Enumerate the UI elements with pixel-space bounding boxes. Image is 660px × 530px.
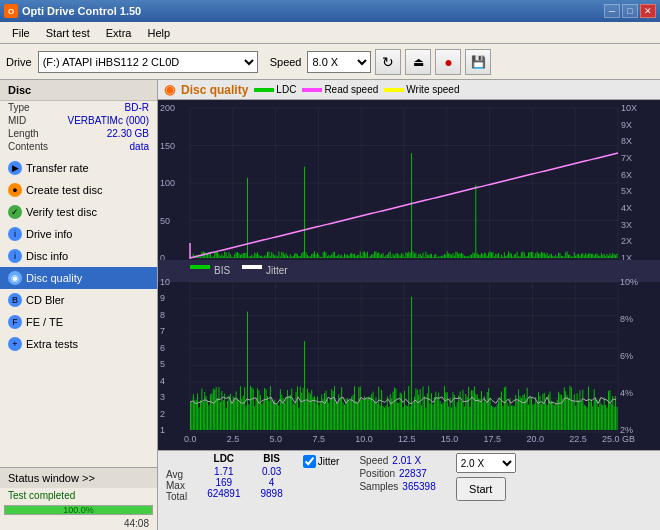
menu-help[interactable]: Help — [139, 25, 178, 41]
burn-button[interactable]: ● — [435, 49, 461, 75]
max-bis: 4 — [261, 477, 283, 488]
sidebar-btn-drive-info[interactable]: i Drive info — [0, 223, 157, 245]
disc-type-label: Type — [8, 102, 30, 113]
stats-controls-col: 2.0 X4.0 X8.0 X Start — [456, 453, 516, 501]
drive-select[interactable]: (F:) ATAPI iHBS112 2 CL0D — [38, 51, 258, 73]
main-area: Disc Type BD-R MID VERBATIMc (000) Lengt… — [0, 80, 660, 530]
start-button[interactable]: Start — [456, 477, 506, 501]
total-label: Total — [166, 491, 187, 502]
legend-ldc: LDC — [254, 84, 296, 95]
charts-container — [158, 100, 660, 450]
maximize-button[interactable]: □ — [622, 4, 638, 18]
progress-bar: 100.0% — [5, 506, 152, 514]
progress-percent: 100.0% — [63, 505, 94, 515]
extra-tests-icon: + — [8, 337, 22, 351]
legend-read-speed: Read speed — [302, 84, 378, 95]
disc-type-value: BD-R — [125, 102, 149, 113]
sidebar-label-drive-info: Drive info — [26, 228, 72, 240]
progress-bar-container: 100.0% — [4, 505, 153, 515]
sidebar-btn-transfer-rate[interactable]: ▶ Transfer rate — [0, 157, 157, 179]
sidebar-label-create-test-disc: Create test disc — [26, 184, 102, 196]
chart-area: ◉ Disc quality LDC Read speed Write spee… — [158, 80, 660, 530]
verify-test-disc-icon: ✓ — [8, 205, 22, 219]
ldc-header: LDC — [207, 453, 240, 464]
disc-mid-label: MID — [8, 115, 26, 126]
create-test-disc-icon: ● — [8, 183, 22, 197]
avg-bis: 0.03 — [261, 466, 283, 477]
time-display: 44:08 — [0, 517, 157, 530]
speed-select[interactable]: 8.0 X4.0 X2.0 XMAX — [307, 51, 371, 73]
speed-select-stats[interactable]: 2.0 X4.0 X8.0 X — [456, 453, 516, 473]
stats-jitter-col: Jitter — [303, 453, 340, 468]
sidebar-btn-disc-info[interactable]: i Disc info — [0, 245, 157, 267]
max-ldc: 169 — [207, 477, 240, 488]
ldc-chart — [158, 100, 660, 450]
legend-write-speed: Write speed — [384, 84, 459, 95]
sidebar-btn-cd-bler[interactable]: B CD Bler — [0, 289, 157, 311]
refresh-button[interactable]: ↻ — [375, 49, 401, 75]
sidebar-btn-verify-test-disc[interactable]: ✓ Verify test disc — [0, 201, 157, 223]
menu-file[interactable]: File — [4, 25, 38, 41]
menu-extra[interactable]: Extra — [98, 25, 140, 41]
position-label: Position — [359, 468, 395, 479]
speed-value: 2.01 X — [392, 455, 421, 466]
position-value: 22837 — [399, 468, 427, 479]
minimize-button[interactable]: ─ — [604, 4, 620, 18]
disc-contents-label: Contents — [8, 141, 48, 152]
total-bis: 9898 — [261, 488, 283, 499]
disc-info-icon: i — [8, 249, 22, 263]
total-ldc: 624891 — [207, 488, 240, 499]
avg-ldc: 1.71 — [207, 466, 240, 477]
status-window-button[interactable]: Status window >> — [0, 468, 157, 488]
titlebar-controls: ─ □ ✕ — [604, 4, 656, 18]
titlebar: O Opti Drive Control 1.50 ─ □ ✕ — [0, 0, 660, 22]
samples-value: 365398 — [402, 481, 435, 492]
samples-label: Samples — [359, 481, 398, 492]
save-button[interactable]: 💾 — [465, 49, 491, 75]
menu-start-test[interactable]: Start test — [38, 25, 98, 41]
close-button[interactable]: ✕ — [640, 4, 656, 18]
sidebar-label-disc-quality: Disc quality — [26, 272, 82, 284]
disc-length-label: Length — [8, 128, 39, 139]
sidebar-btn-extra-tests[interactable]: + Extra tests — [0, 333, 157, 355]
sidebar-label-transfer-rate: Transfer rate — [26, 162, 89, 174]
bis-header: BIS — [261, 453, 283, 464]
eject-button[interactable]: ⏏ — [405, 49, 431, 75]
chart-header: ◉ Disc quality LDC Read speed Write spee… — [158, 80, 660, 100]
disc-contents-value: data — [130, 141, 149, 152]
stats-bis-col: BIS 0.03 4 9898 — [261, 453, 283, 499]
status-section: Status window >> Test completed 100.0% 4… — [0, 467, 157, 530]
sidebar-btn-disc-quality[interactable]: ◉ Disc quality — [0, 267, 157, 289]
sidebar-label-verify-test-disc: Verify test disc — [26, 206, 97, 218]
cd-bler-icon: B — [8, 293, 22, 307]
jitter-checkbox[interactable] — [303, 455, 316, 468]
sidebar-btn-create-test-disc[interactable]: ● Create test disc — [0, 179, 157, 201]
max-label: Max — [166, 480, 187, 491]
sidebar-label-disc-info: Disc info — [26, 250, 68, 262]
sidebar-btn-fe-te[interactable]: F FE / TE — [0, 311, 157, 333]
fe-te-icon: F — [8, 315, 22, 329]
status-text: Test completed — [0, 488, 157, 503]
stats-row: Avg Max Total LDC 1.71 169 624891 BIS 0.… — [158, 451, 660, 530]
transfer-rate-icon: ▶ — [8, 161, 22, 175]
disc-quality-icon: ◉ — [8, 271, 22, 285]
stats-speed-col: Speed 2.01 X Position 22837 Samples 3653… — [359, 453, 435, 492]
menubar: File Start test Extra Help — [0, 22, 660, 44]
disc-mid-value: VERBATIMc (000) — [68, 115, 150, 126]
sidebar: Disc Type BD-R MID VERBATIMc (000) Lengt… — [0, 80, 158, 530]
jitter-checkbox-row: Jitter — [303, 455, 340, 468]
disc-contents-row: Contents data — [0, 140, 157, 153]
chart-title: Disc quality — [181, 83, 248, 97]
sidebar-label-cd-bler: CD Bler — [26, 294, 65, 306]
stats-ldc-col: LDC 1.71 169 624891 — [207, 453, 240, 499]
sidebar-label-extra-tests: Extra tests — [26, 338, 78, 350]
disc-mid-row: MID VERBATIMc (000) — [0, 114, 157, 127]
disc-length-row: Length 22.30 GB — [0, 127, 157, 140]
avg-label: Avg — [166, 469, 187, 480]
toolbar: Drive (F:) ATAPI iHBS112 2 CL0D Speed 8.… — [0, 44, 660, 80]
disc-type-row: Type BD-R — [0, 101, 157, 114]
jitter-label: Jitter — [318, 456, 340, 467]
bottom-stats: Avg Max Total LDC 1.71 169 624891 BIS 0.… — [158, 450, 660, 530]
speed-label: Speed — [359, 455, 388, 466]
drive-label: Drive — [6, 56, 32, 68]
